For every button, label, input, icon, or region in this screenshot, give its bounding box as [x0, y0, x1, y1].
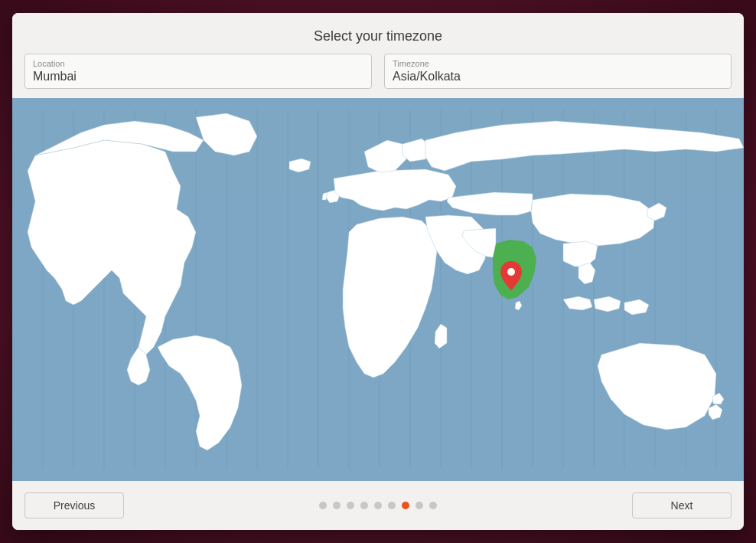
pagination-dots [319, 502, 437, 509]
dot-7 [402, 502, 409, 509]
next-button[interactable]: Next [632, 492, 732, 518]
dot-4 [360, 502, 368, 509]
fields-row: Location Mumbai Timezone Asia/Kolkata [12, 54, 744, 98]
location-label: Location [33, 59, 363, 68]
dialog-title: Select your timezone [12, 28, 744, 44]
dialog-header: Select your timezone [12, 13, 744, 54]
dot-9 [429, 502, 437, 509]
location-value: Mumbai [33, 70, 77, 83]
dot-6 [388, 502, 396, 509]
world-map[interactable] [12, 98, 744, 481]
dot-1 [319, 502, 327, 509]
timezone-field[interactable]: Timezone Asia/Kolkata [384, 54, 732, 89]
dot-2 [333, 502, 341, 509]
location-field[interactable]: Location Mumbai [24, 54, 372, 89]
dot-8 [415, 502, 423, 509]
dot-3 [347, 502, 354, 509]
dot-5 [374, 502, 382, 509]
timezone-label: Timezone [393, 59, 723, 68]
svg-point-26 [507, 268, 515, 276]
previous-button[interactable]: Previous [24, 492, 124, 518]
dialog-footer: Previous Next [12, 481, 744, 530]
timezone-dialog: Select your timezone Location Mumbai Tim… [12, 13, 744, 530]
timezone-value: Asia/Kolkata [393, 70, 461, 83]
map-container[interactable] [12, 98, 744, 481]
